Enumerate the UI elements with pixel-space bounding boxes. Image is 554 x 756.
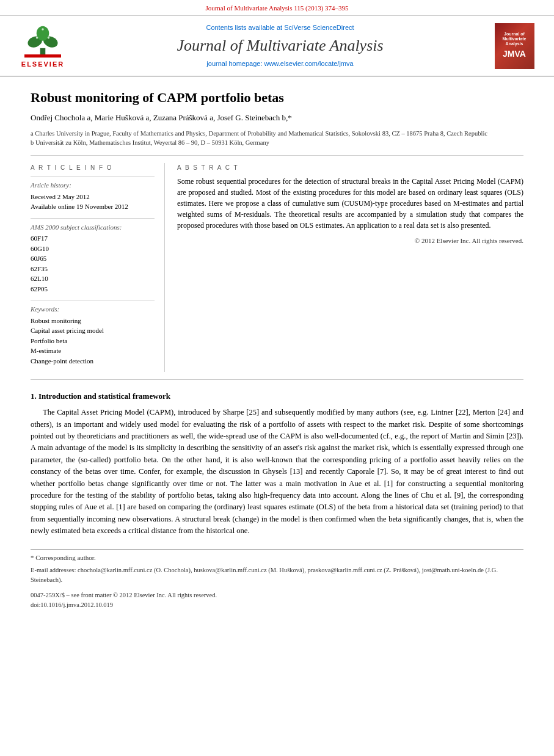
- info-divider-2: [31, 218, 155, 219]
- main-content: Robust monitoring of CAPM portfolio beta…: [0, 77, 554, 622]
- info-divider-3: [31, 300, 155, 300]
- svg-point-5: [48, 37, 49, 38]
- ams-code-2: 60G10: [31, 244, 155, 254]
- copyright: © 2012 Elsevier Inc. All rights reserved…: [177, 236, 523, 246]
- keywords-block: Keywords: Robust monitoring Capital asse…: [31, 304, 155, 366]
- journal-header: ELSEVIER Contents lists available at Sci…: [0, 16, 554, 76]
- article-history-block: Article history: Received 2 May 2012 Ava…: [31, 180, 155, 212]
- svg-point-6: [42, 29, 43, 31]
- article-info-heading: A R T I C L E I N F O: [31, 163, 155, 172]
- keyword-2: Capital asset pricing model: [31, 325, 155, 336]
- bottom-info: 0047-259X/$ – see front matter © 2012 El…: [31, 591, 523, 610]
- email-line: E-mail addresses: chochola@karlin.mff.cu…: [31, 565, 523, 585]
- authors-line: Ondřej Chochola a, Marie Hušková a, Zuza…: [31, 112, 523, 123]
- abstract-heading: A B S T R A C T: [177, 163, 523, 172]
- header-divider: [31, 155, 523, 156]
- ams-block: AMS 2000 subject classifications: 60F17 …: [31, 222, 155, 294]
- ams-label: AMS 2000 subject classifications:: [31, 222, 155, 233]
- keyword-3: Portfolio beta: [31, 336, 155, 346]
- corresponding-author-note: * Corresponding author.: [31, 553, 523, 562]
- paper-title: Robust monitoring of CAPM portfolio beta…: [31, 89, 523, 107]
- keyword-1: Robust monitoring: [31, 316, 155, 326]
- ams-code-4: 62F35: [31, 264, 155, 274]
- available-date: Available online 19 November 2012: [31, 202, 155, 212]
- ams-code-3: 60J65: [31, 253, 155, 264]
- journal-cover-image: Journal of Multivariate Analysis JMVA: [495, 23, 534, 69]
- history-label: Article history:: [31, 180, 155, 191]
- received-date: Received 2 May 2012: [31, 192, 155, 202]
- section-1-number: 1.: [31, 391, 37, 401]
- svg-point-4: [36, 37, 38, 38]
- journal-thumbnail: Journal of Multivariate Analysis JMVA: [493, 23, 536, 69]
- section-1-name: Introduction and statistical framework: [38, 391, 170, 401]
- issn-line: 0047-259X/$ – see front matter © 2012 El…: [31, 591, 523, 600]
- keywords-label: Keywords:: [31, 304, 155, 314]
- ams-code-1: 60F17: [31, 233, 155, 244]
- elsevier-label: ELSEVIER: [21, 60, 64, 69]
- contents-available: Contents lists available at SciVerse Sci…: [77, 23, 483, 32]
- info-divider-1: [31, 176, 155, 176]
- journal-citation: Journal of Multivariate Analysis 115 (20…: [0, 0, 554, 16]
- journal-title-center: Contents lists available at SciVerse Sci…: [77, 23, 483, 69]
- affiliations: a Charles University in Prague, Faculty …: [31, 129, 523, 148]
- keyword-5: Change-point detection: [31, 356, 155, 366]
- journal-name: Journal of Multivariate Analysis: [77, 35, 483, 57]
- section-1-body: The Capital Asset Pricing Model (CAPM), …: [31, 407, 523, 537]
- journal-homepage: journal homepage: www.elsevier.com/locat…: [77, 59, 483, 68]
- article-info-column: A R T I C L E I N F O Article history: R…: [31, 163, 165, 372]
- elsevier-logo: ELSEVIER: [18, 22, 67, 69]
- doi-line: doi:10.1016/j.jmva.2012.10.019: [31, 600, 523, 610]
- ams-code-6: 62P05: [31, 284, 155, 294]
- abstract-column: A B S T R A C T Some robust sequential p…: [177, 163, 523, 372]
- citation-text: Journal of Multivariate Analysis 115 (20…: [205, 4, 348, 12]
- article-info-abstract: A R T I C L E I N F O Article history: R…: [31, 163, 523, 372]
- svg-rect-7: [24, 55, 61, 58]
- affiliation-a: a Charles University in Prague, Faculty …: [31, 129, 523, 139]
- ams-code-5: 62L10: [31, 274, 155, 284]
- affiliation-b: b Universität zu Köln, Mathematisches In…: [31, 138, 523, 148]
- elsevier-tree-icon: [24, 22, 61, 59]
- svg-rect-0: [40, 48, 46, 56]
- keyword-4: M-estimate: [31, 346, 155, 356]
- section-divider: [31, 379, 523, 380]
- section-1-title: 1. Introduction and statistical framewor…: [31, 391, 523, 402]
- authors-text: Ondřej Chochola a, Marie Hušková a, Zuza…: [31, 113, 292, 122]
- abstract-text: Some robust sequential procedures for th…: [177, 176, 523, 231]
- footnote-section: * Corresponding author. E-mail addresses…: [31, 549, 523, 584]
